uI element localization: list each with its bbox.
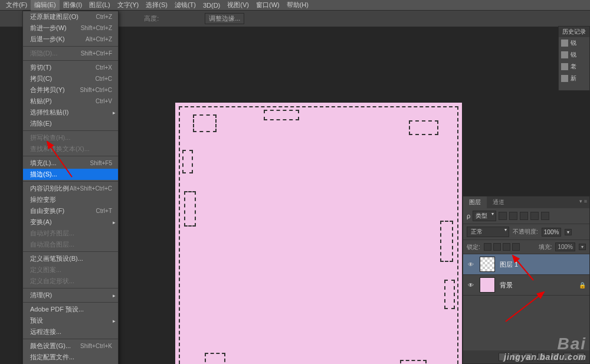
- menuitem[interactable]: 变换(A): [23, 217, 118, 228]
- menuitem[interactable]: 内容识别比例Alt+Shift+Ctrl+C: [23, 183, 118, 194]
- menuitem[interactable]: 远程连接...: [23, 326, 118, 337]
- menu-窗口[interactable]: 窗口(W): [253, 0, 283, 11]
- layer-thumb: [480, 277, 495, 293]
- layer-list: 👁图层 1👁背景🔒: [463, 254, 589, 296]
- tab-channels[interactable]: 通道: [487, 196, 510, 208]
- menuitem[interactable]: 自由变换(F)Ctrl+T: [23, 205, 118, 217]
- filter-icon[interactable]: [530, 212, 539, 220]
- filter-icon[interactable]: [541, 212, 549, 220]
- layer-row[interactable]: 👁图层 1: [463, 254, 589, 275]
- selection-marquee: [179, 106, 458, 364]
- menuitem[interactable]: 清除(E): [23, 118, 118, 129]
- filter-icon[interactable]: [499, 212, 507, 220]
- panel-menu-icon[interactable]: ▾ ≡: [577, 196, 589, 208]
- visibility-icon[interactable]: 👁: [467, 260, 475, 268]
- menuitem[interactable]: 拷贝(C)Ctrl+C: [23, 73, 118, 84]
- history-item[interactable]: 锐: [559, 37, 589, 49]
- menu-编辑[interactable]: 编辑(E): [31, 0, 60, 11]
- layer-thumb: [480, 257, 495, 272]
- tab-layers[interactable]: 图层: [463, 196, 487, 208]
- menuitem[interactable]: 剪切(T)Ctrl+X: [23, 62, 118, 73]
- menuitem[interactable]: 合并拷贝(Y)Shift+Ctrl+C: [23, 84, 118, 96]
- menuitem[interactable]: 操控变形: [23, 194, 118, 205]
- visibility-icon[interactable]: 👁: [467, 281, 475, 289]
- menu-3D[interactable]: 3D(D): [199, 1, 224, 10]
- menu-滤镜[interactable]: 滤镜(T): [171, 0, 199, 11]
- menuitem: 定义图案...: [23, 264, 118, 276]
- menuitem: 自动混合图层...: [23, 239, 118, 250]
- menuitem: 渐隐(D)...Shift+Ctrl+F: [23, 48, 118, 59]
- menuitem[interactable]: 预设: [23, 315, 118, 326]
- edit-menu-dropdown: 还原新建图层(O)Ctrl+Z前进一步(W)Shift+Ctrl+Z后退一步(K…: [22, 11, 119, 364]
- menuitem[interactable]: 指定配置文件...: [23, 352, 118, 363]
- layer-row[interactable]: 👁背景🔒: [463, 275, 589, 296]
- opacity-stepper[interactable]: ▾: [565, 229, 572, 235]
- fill-label: 填充:: [539, 243, 552, 251]
- filter-type-dropdown[interactable]: 类型: [473, 211, 496, 221]
- menuitem[interactable]: 定义画笔预设(B)...: [23, 253, 118, 264]
- lock-pos-icon[interactable]: [503, 243, 510, 251]
- blend-mode-dropdown[interactable]: 正常: [467, 227, 509, 237]
- opacity-label: 不透明度:: [513, 228, 538, 236]
- menuitem[interactable]: 清理(R): [23, 290, 118, 301]
- lock-image-icon[interactable]: [493, 243, 501, 251]
- history-item[interactable]: 锐: [559, 49, 589, 61]
- history-item[interactable]: 老: [559, 61, 589, 73]
- menuitem[interactable]: 描边(S)...: [23, 169, 118, 180]
- menuitem[interactable]: 颜色设置(G)...Shift+Ctrl+K: [23, 340, 118, 352]
- lock-trans-icon[interactable]: [484, 243, 491, 251]
- menuitem[interactable]: 填充(L)...Shift+F5: [23, 158, 118, 169]
- menuitem: 拼写检查(H)...: [23, 132, 118, 143]
- menuitem[interactable]: 前进一步(W)Shift+Ctrl+Z: [23, 22, 118, 34]
- menuitem: 查找和替换文本(X)...: [23, 143, 118, 155]
- opacity-value[interactable]: 100%: [542, 228, 562, 237]
- history-item[interactable]: 新: [559, 73, 589, 84]
- menu-图像[interactable]: 图像(I): [60, 0, 86, 11]
- layers-tabs: 图层 通道 ▾ ≡: [463, 196, 589, 208]
- menu-文件[interactable]: 文件(F): [2, 0, 31, 11]
- lock-label: 锁定:: [467, 243, 480, 251]
- menu-选择[interactable]: 选择(S): [142, 0, 171, 11]
- menuitem[interactable]: 还原新建图层(O)Ctrl+Z: [23, 11, 118, 22]
- watermark: Bai jingyan.baidu.com: [504, 336, 586, 362]
- layer-name: 图层 1: [500, 260, 518, 269]
- history-title: 历史记录: [559, 27, 589, 37]
- filter-icon[interactable]: [520, 212, 528, 220]
- history-panel: 历史记录 锐锐老新: [558, 26, 590, 91]
- menu-帮助[interactable]: 帮助(H): [283, 0, 312, 11]
- menuitem[interactable]: 粘贴(P)Ctrl+V: [23, 96, 118, 107]
- label-height: 高度:: [144, 14, 159, 23]
- lock-all-icon[interactable]: [512, 243, 520, 251]
- menuitem: 自动对齐图层...: [23, 228, 118, 239]
- layer-name: 背景: [500, 281, 513, 290]
- menuitem: 定义自定形状...: [23, 276, 118, 287]
- fill-value[interactable]: 100%: [555, 242, 575, 251]
- menu-视图[interactable]: 视图(V): [224, 0, 253, 11]
- fill-stepper[interactable]: ▾: [579, 244, 586, 250]
- menu-文字[interactable]: 文字(Y): [114, 0, 143, 11]
- lock-icon: 🔒: [579, 282, 586, 288]
- refine-edge-button[interactable]: 调整边缘...: [205, 13, 244, 24]
- history-rows: 锐锐老新: [559, 37, 589, 84]
- filter-icon[interactable]: [509, 212, 517, 220]
- menu-图层[interactable]: 图层(L): [86, 0, 113, 11]
- menuitem[interactable]: Adobe PDF 预设...: [23, 304, 118, 315]
- menuitem[interactable]: 后退一步(K)Alt+Ctrl+Z: [23, 34, 118, 45]
- menubar: 文件(F)编辑(E)图像(I)图层(L)文字(Y)选择(S)滤镜(T)3D(D)…: [0, 0, 590, 11]
- canvas[interactable]: [175, 103, 462, 364]
- menuitem[interactable]: 选择性粘贴(I): [23, 107, 118, 118]
